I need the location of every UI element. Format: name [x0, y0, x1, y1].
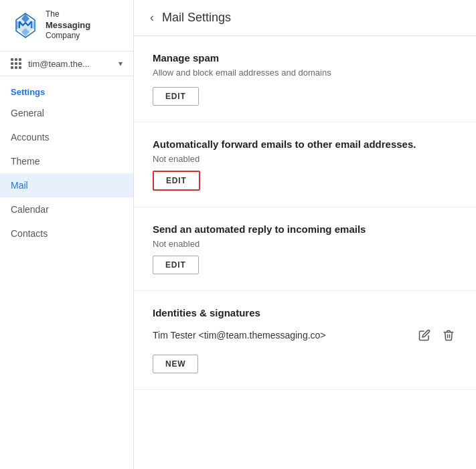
spam-desc: Allow and block email addresses and doma… — [153, 68, 457, 78]
logo-line2: Messaging — [46, 20, 90, 31]
forward-status: Not enabled — [153, 154, 457, 164]
identities-title: Identities & signatures — [153, 307, 457, 318]
forward-title: Automatically forward emails to other em… — [153, 138, 457, 150]
main-content: ‹ Mail Settings Manage spam Allow and bl… — [134, 0, 476, 469]
pencil-icon — [418, 329, 430, 341]
sidebar: The Messaging Company tim@team.the... ▾ … — [0, 0, 134, 469]
sidebar-item-mail[interactable]: Mail — [0, 173, 133, 197]
forward-section: Automatically forward emails to other em… — [134, 122, 476, 207]
sidebar-item-theme[interactable]: Theme — [0, 149, 133, 173]
chevron-down-icon: ▾ — [118, 59, 123, 68]
autoreply-section: Send an automated reply to incoming emai… — [134, 207, 476, 291]
identity-new-button[interactable]: NEW — [153, 355, 198, 373]
identity-actions — [416, 328, 457, 343]
sidebar-item-calendar[interactable]: Calendar — [0, 197, 133, 221]
spam-section: Manage spam Allow and block email addres… — [134, 36, 476, 122]
user-account-switcher[interactable]: tim@team.the... ▾ — [0, 52, 133, 76]
logo-area: The Messaging Company — [0, 0, 133, 52]
identity-name: Tim Tester <tim@team.themessaging.co> — [153, 330, 416, 341]
spam-edit-button[interactable]: EDIT — [153, 87, 199, 106]
logo-line1: The — [46, 9, 90, 20]
page-title: Mail Settings — [162, 11, 231, 25]
company-logo — [11, 11, 40, 40]
identity-edit-button[interactable] — [416, 328, 433, 343]
autoreply-title: Send an automated reply to incoming emai… — [153, 223, 457, 235]
autoreply-status: Not enabled — [153, 239, 457, 249]
grid-icon — [11, 58, 21, 69]
identities-section: Identities & signatures Tim Tester <tim@… — [134, 291, 476, 390]
back-button[interactable]: ‹ — [150, 11, 154, 25]
autoreply-edit-button[interactable]: EDIT — [153, 256, 199, 274]
settings-label: Settings — [0, 76, 133, 101]
spam-title: Manage spam — [153, 52, 457, 64]
identity-row: Tim Tester <tim@team.themessaging.co> — [153, 322, 457, 348]
trash-icon — [443, 329, 455, 341]
sidebar-item-accounts[interactable]: Accounts — [0, 125, 133, 149]
sidebar-item-general[interactable]: General — [0, 101, 133, 125]
logo-text: The Messaging Company — [46, 9, 90, 41]
user-email: tim@team.the... — [28, 59, 116, 69]
sidebar-item-contacts[interactable]: Contacts — [0, 221, 133, 246]
identity-delete-button[interactable] — [440, 328, 457, 343]
forward-edit-button[interactable]: EDIT — [153, 171, 200, 191]
logo-line3: Company — [46, 31, 90, 41]
main-header: ‹ Mail Settings — [134, 0, 476, 36]
